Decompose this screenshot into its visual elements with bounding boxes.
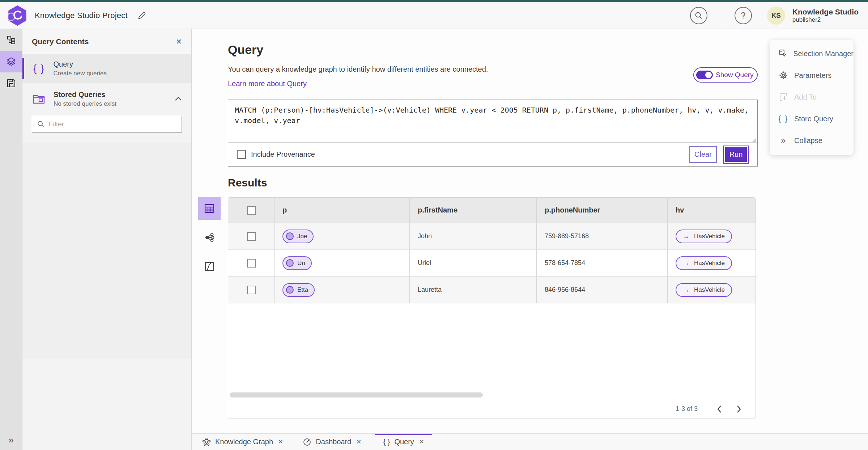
node-pill[interactable]: Etta [282,283,315,297]
node-pill[interactable]: Uri [282,256,312,270]
app-header: Knowledge Studio Project ? KS Knowledge … [0,2,868,29]
expand-rail-button[interactable]: » [8,434,13,446]
layers-view-button[interactable] [0,51,22,72]
tab-dashboard[interactable]: Dashboard ✕ [297,434,367,450]
project-title: Knowledge Studio Project [35,11,128,20]
resize-handle-icon[interactable] [751,138,756,143]
results-title: Results [228,177,267,189]
layers-icon [6,56,16,67]
chevron-up-icon[interactable] [175,97,182,101]
edge-arrow-icon: → [683,259,690,267]
query-text-input[interactable]: MATCH (p:Person)-[hv:HasVehicle]->(v:Veh… [228,100,757,142]
column-header-firstname[interactable]: p.firstName [410,198,537,223]
stored-queries-texts: Stored Queries No stored queries exist [54,91,116,108]
help-icon: ? [741,10,745,21]
table-row[interactable]: Joe John 759-889-57168 → HasVehicle [228,223,756,250]
stored-queries-title: Stored Queries [54,91,116,99]
cell-phonenumber: 846-956-8644 [545,286,585,294]
user-name: Knowledge Studio [792,8,859,16]
table-header-row: p p.firstName p.phoneNumber hv [228,198,756,223]
row-checkbox[interactable] [247,232,256,241]
hierarchy-view-button[interactable] [0,29,22,51]
clear-button[interactable]: Clear [689,146,717,163]
query-item-texts: Query Create new queries [54,60,107,77]
braces-icon: { } [33,63,45,74]
table-pagination: 1-3 of 3 [228,399,756,419]
edge-pill[interactable]: → HasVehicle [676,256,732,270]
select-all-checkbox[interactable] [247,206,256,215]
include-provenance-label: Include Provenance [251,150,315,159]
row-checkbox[interactable] [247,259,256,268]
left-icon-rail: » [0,29,22,450]
edge-arrow-icon: → [683,286,690,294]
edge-pill[interactable]: → HasVehicle [676,230,732,243]
user-role: publisher2 [792,16,859,24]
pagination-prev-button[interactable] [712,402,727,416]
query-actions-menu: Selection Manager Parameters [770,40,854,155]
table-view-button[interactable] [198,197,221,220]
table-icon [204,204,214,213]
cell-phonenumber: 578-654-7854 [545,259,585,267]
bottom-tab-bar: Knowledge Graph ✕ Dashboard ✕ { } Query … [192,433,868,450]
search-button[interactable] [690,7,707,24]
panel-item-stored-queries[interactable]: Stored Queries No stored queries exist [22,83,191,114]
include-provenance-checkbox[interactable] [237,150,246,159]
knowledge-graph-icon [202,438,211,446]
column-header-phonenumber[interactable]: p.phoneNumber [537,198,668,223]
main-content: Query You can query a knowledge graph to… [192,29,868,433]
cell-phonenumber: 759-889-57168 [545,232,589,240]
graph-view-button[interactable] [198,226,221,249]
network-icon [204,233,214,242]
panel-close-icon[interactable]: ✕ [176,37,182,46]
close-tab-icon[interactable]: ✕ [419,438,424,446]
user-info: Knowledge Studio publisher2 [792,8,859,24]
menu-item-parameters[interactable]: Parameters [770,64,854,86]
edge-pill[interactable]: → HasVehicle [676,283,732,297]
cell-firstname: Lauretta [418,286,442,294]
avatar[interactable]: KS [767,7,785,25]
filter-search-icon [37,121,44,128]
menu-item-store-query[interactable]: { } Store Query [770,108,854,130]
close-tab-icon[interactable]: ✕ [356,438,361,446]
header-checkbox-cell [228,198,275,223]
cell-firstname: Uriel [418,259,431,267]
query-editor-container: MATCH (p:Person)-[hv:HasVehicle]->(v:Veh… [228,100,758,167]
edge-arrow-icon: → [683,232,690,240]
column-header-p[interactable]: p [275,198,410,223]
panel-title: Query Contents [32,37,89,46]
panel-empty-area [22,142,191,359]
menu-item-selection-manager[interactable]: Selection Manager [770,43,854,64]
help-button[interactable]: ? [735,7,752,24]
toggle-track [696,71,713,79]
learn-more-link[interactable]: Learn more about Query [228,80,307,88]
table-row[interactable]: Uri Uriel 578-654-7854 → HasVehicle [228,250,756,277]
menu-item-collapse[interactable]: » Collapse [770,130,854,151]
stored-queries-filter [32,116,182,133]
show-query-toggle[interactable]: Show Query [693,67,758,83]
run-button[interactable]: Run [723,146,749,164]
close-tab-icon[interactable]: ✕ [278,438,283,446]
column-header-hv[interactable]: hv [668,198,756,223]
horizontal-scrollbar[interactable] [230,392,483,398]
save-button[interactable] [0,72,22,94]
braces-icon: { } [383,438,390,446]
braces-icon: { } [778,114,788,123]
edit-title-icon[interactable] [137,11,146,20]
gear-icon [778,71,788,80]
show-query-label: Show Query [716,71,754,79]
tab-query[interactable]: { } Query ✕ [375,434,432,450]
tab-knowledge-graph[interactable]: Knowledge Graph ✕ [196,434,289,450]
node-dot-icon [286,286,294,294]
map-view-button[interactable] [198,255,221,278]
row-checkbox[interactable] [247,286,256,294]
query-description: You can query a knowledge graph to ident… [228,65,488,73]
panel-header: Query Contents ✕ [22,29,191,54]
dashboard-icon [303,438,311,446]
search-icon [695,12,703,20]
table-row[interactable]: Etta Lauretta 846-956-8644 → HasVehicle [228,277,756,303]
panel-item-query[interactable]: { } Query Create new queries [22,54,191,83]
node-pill[interactable]: Joe [282,230,314,243]
filter-input[interactable] [49,120,168,128]
results-table: p p.firstName p.phoneNumber hv Joe John … [228,197,756,419]
pagination-next-button[interactable] [732,402,746,416]
